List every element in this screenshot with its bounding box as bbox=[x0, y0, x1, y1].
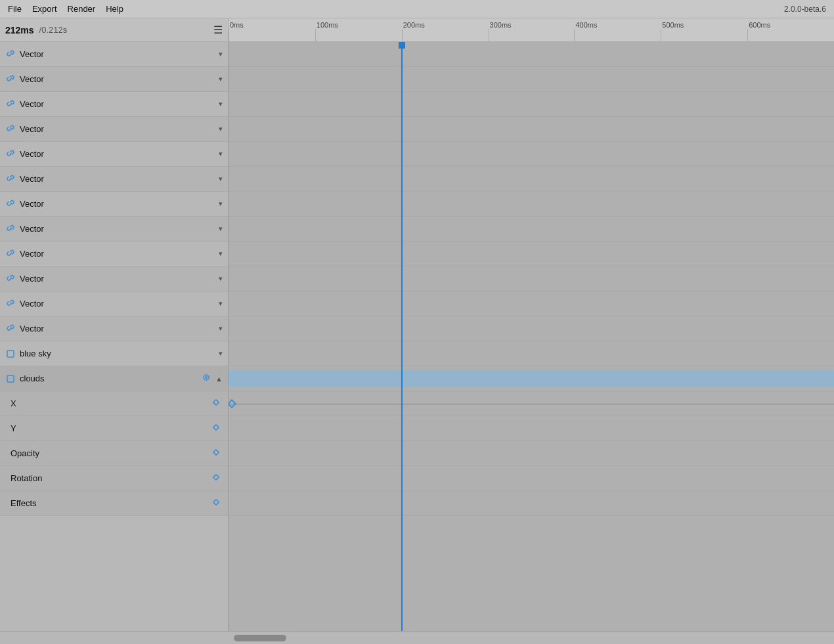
track-label-vector9: Vector bbox=[20, 249, 216, 259]
keyframe-track-clouds[interactable] bbox=[229, 366, 834, 391]
track-label-rotation: Rotation bbox=[11, 473, 212, 483]
keyframe-track-vector4[interactable] bbox=[229, 117, 834, 142]
ruler-mark: 400ms bbox=[574, 18, 597, 41]
track-row-vector10[interactable]: Vector▾ bbox=[0, 267, 228, 291]
track-row-opacity[interactable]: Opacity bbox=[0, 441, 228, 466]
keyframe-track-vector6[interactable] bbox=[229, 167, 834, 192]
diamond-icon-opacity[interactable] bbox=[212, 448, 220, 458]
ruler-tick bbox=[315, 29, 316, 41]
diamond-icon-y[interactable] bbox=[212, 423, 220, 433]
keyframe-icon[interactable] bbox=[202, 374, 210, 383]
expand-icon-vector5[interactable]: ▾ bbox=[219, 150, 223, 158]
track-label-vector10: Vector bbox=[20, 274, 216, 284]
diamond-icon-effects[interactable] bbox=[212, 498, 220, 508]
link-icon bbox=[5, 149, 16, 160]
track-row-vector11[interactable]: Vector▾ bbox=[0, 291, 228, 316]
keyframe-track-vector12[interactable] bbox=[229, 316, 834, 341]
track-row-blue_sky[interactable]: blue sky▾ bbox=[0, 341, 228, 366]
expand-icon-vector9[interactable]: ▾ bbox=[219, 249, 223, 258]
track-label-vector4: Vector bbox=[20, 124, 216, 134]
expand-icon-vector10[interactable]: ▾ bbox=[219, 274, 223, 283]
keyframe-track-vector11[interactable] bbox=[229, 291, 834, 316]
track-row-vector2[interactable]: Vector▾ bbox=[0, 67, 228, 92]
timeline-header: 212ms /0.212s ☰ 0ms100ms200ms300ms400ms5… bbox=[0, 18, 834, 42]
expand-icon-vector11[interactable]: ▾ bbox=[219, 299, 223, 308]
menu-render[interactable]: Render bbox=[68, 4, 96, 14]
track-row-vector6[interactable]: Vector▾ bbox=[0, 167, 228, 192]
keyframe-track-vector9[interactable] bbox=[229, 242, 834, 267]
keyframe-track-rotation[interactable] bbox=[229, 466, 834, 491]
expand-icon-vector6[interactable]: ▾ bbox=[219, 175, 223, 183]
track-row-effects[interactable]: Effects bbox=[0, 491, 228, 516]
track-row-x[interactable]: X bbox=[0, 391, 228, 416]
link-icon bbox=[5, 224, 16, 234]
keyframe-track-vector7[interactable] bbox=[229, 192, 834, 217]
link-icon bbox=[5, 124, 16, 135]
track-row-vector3[interactable]: Vector▾ bbox=[0, 92, 228, 117]
track-label-vector7: Vector bbox=[20, 199, 216, 209]
track-row-vector1[interactable]: Vector▾ bbox=[0, 42, 228, 67]
track-label-vector6: Vector bbox=[20, 174, 216, 184]
expand-icon-clouds[interactable]: ▲ bbox=[215, 375, 223, 383]
expand-icon-vector8[interactable]: ▾ bbox=[219, 225, 223, 233]
menu-export[interactable]: Export bbox=[32, 4, 57, 14]
scrollbar-thumb[interactable] bbox=[234, 635, 286, 641]
diamond-icon-rotation[interactable] bbox=[212, 473, 220, 483]
ruler-label: 300ms bbox=[489, 18, 512, 29]
track-label-effects: Effects bbox=[11, 498, 212, 508]
ruler-mark: 0ms bbox=[229, 18, 244, 41]
keyframe-track-vector5[interactable] bbox=[229, 142, 834, 167]
ruler-mark: 500ms bbox=[661, 18, 684, 41]
track-label-vector8: Vector bbox=[20, 224, 216, 234]
keyframe-track-vector10[interactable] bbox=[229, 267, 834, 291]
svg-rect-8 bbox=[213, 500, 219, 505]
clouds-bar bbox=[229, 370, 834, 387]
ruler-label: 200ms bbox=[402, 18, 425, 29]
keyframe-track-vector2[interactable] bbox=[229, 67, 834, 92]
keyframe-track-effects[interactable] bbox=[229, 491, 834, 516]
menu-file[interactable]: File bbox=[8, 4, 22, 14]
expand-icon-vector3[interactable]: ▾ bbox=[219, 100, 223, 108]
track-label-x: X bbox=[11, 398, 212, 408]
tracks-panel: Vector▾Vector▾Vector▾Vector▾Vector▾Vecto… bbox=[0, 42, 229, 631]
ruler-tick bbox=[661, 29, 661, 41]
track-label-y: Y bbox=[11, 423, 212, 433]
track-label-vector12: Vector bbox=[20, 324, 216, 333]
bottom-bar bbox=[0, 631, 834, 644]
keyframe-track-vector3[interactable] bbox=[229, 92, 834, 117]
menu-help[interactable]: Help bbox=[106, 4, 123, 14]
expand-icon-vector7[interactable]: ▾ bbox=[219, 200, 223, 208]
track-label-vector11: Vector bbox=[20, 299, 216, 309]
expand-icon-vector1[interactable]: ▾ bbox=[219, 50, 223, 58]
keyframe-track-blue_sky[interactable] bbox=[229, 341, 834, 366]
expand-icon-vector4[interactable]: ▾ bbox=[219, 125, 223, 133]
expand-icon-vector12[interactable]: ▾ bbox=[219, 324, 223, 333]
time-display-panel: 212ms /0.212s ☰ bbox=[0, 18, 229, 41]
diamond-icon-x[interactable] bbox=[212, 398, 220, 408]
track-row-vector5[interactable]: Vector▾ bbox=[0, 142, 228, 167]
track-row-vector7[interactable]: Vector▾ bbox=[0, 192, 228, 217]
keyframe-track-vector8[interactable] bbox=[229, 217, 834, 242]
ruler-mark: 100ms bbox=[315, 18, 338, 41]
keyframe-track-x[interactable] bbox=[229, 391, 834, 416]
track-row-vector9[interactable]: Vector▾ bbox=[0, 242, 228, 267]
menubar-left: File Export Render Help bbox=[8, 4, 123, 14]
keyframe-track-opacity[interactable] bbox=[229, 441, 834, 466]
ruler-label: 100ms bbox=[315, 18, 338, 29]
keyframes-panel[interactable] bbox=[229, 42, 834, 631]
expand-icon-vector2[interactable]: ▾ bbox=[219, 75, 223, 83]
menu-icon[interactable]: ☰ bbox=[213, 24, 223, 36]
track-row-rotation[interactable]: Rotation bbox=[0, 466, 228, 491]
timeline-ruler[interactable]: 0ms100ms200ms300ms400ms500ms600ms bbox=[229, 18, 834, 41]
x-keyframe-diamond[interactable] bbox=[229, 398, 236, 408]
keyframe-track-y[interactable] bbox=[229, 416, 834, 441]
ruler-label: 500ms bbox=[661, 18, 684, 29]
ruler-tick bbox=[747, 29, 748, 41]
track-row-y[interactable]: Y bbox=[0, 416, 228, 441]
keyframe-track-vector1[interactable] bbox=[229, 42, 834, 67]
track-row-vector4[interactable]: Vector▾ bbox=[0, 117, 228, 142]
track-row-vector12[interactable]: Vector▾ bbox=[0, 316, 228, 341]
track-row-clouds[interactable]: clouds▲ bbox=[0, 366, 228, 391]
track-row-vector8[interactable]: Vector▾ bbox=[0, 217, 228, 242]
expand-icon-blue_sky[interactable]: ▾ bbox=[219, 349, 223, 358]
